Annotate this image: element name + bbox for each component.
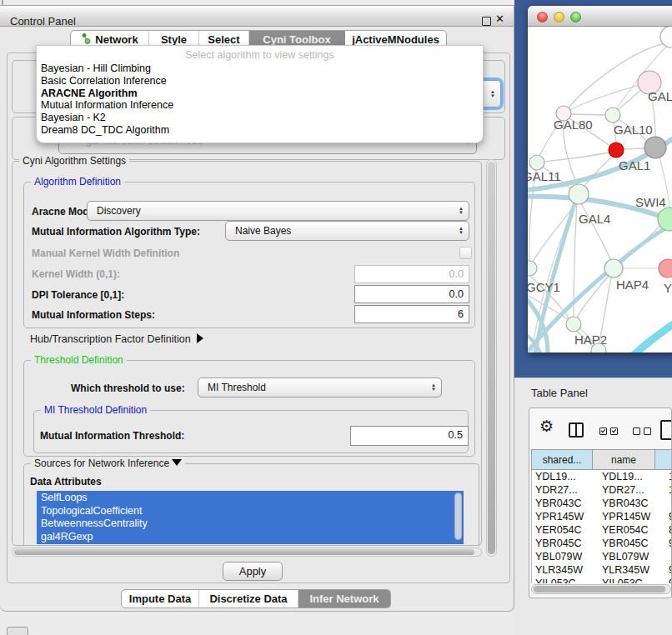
zoom-traffic-light[interactable] (570, 12, 581, 22)
mi-threshold-field[interactable]: 0.5 (350, 426, 469, 446)
network-node[interactable] (609, 142, 624, 158)
dpi-tolerance-field[interactable]: 0.0 (354, 285, 469, 303)
combo-stepper-icon: ▲▼ (431, 383, 436, 392)
node-label: GAL11 (528, 169, 561, 183)
data-attributes-list[interactable]: SelfLoops TopologicalCoefficient Between… (37, 491, 464, 544)
network-canvas-container[interactable]: GALGAL80GAL10GAL1GAL11GAL4SWI4GCY1HAP4YH… (528, 27, 672, 352)
tab-impute-data[interactable]: Impute Data (122, 590, 199, 608)
group-title: Threshold Definition (31, 354, 127, 366)
network-node[interactable] (566, 317, 581, 332)
network-edge (571, 114, 605, 115)
algorithm-placeholder: Select algorithm to view settings (37, 49, 483, 61)
network-node[interactable] (644, 137, 666, 158)
network-node[interactable] (569, 184, 589, 204)
gear-icon[interactable]: ⚙ (539, 418, 554, 434)
network-edge (570, 82, 649, 110)
attribute-list-item[interactable]: BetweennessCentrality (41, 518, 464, 531)
table-row[interactable]: YIL053C YIL053C 9 (532, 577, 672, 583)
checkbox-checked-icon[interactable] (599, 428, 607, 435)
collapse-arrow-icon[interactable] (172, 459, 182, 466)
settings-vscrollbar[interactable] (486, 159, 497, 557)
column-header-name[interactable]: name (593, 449, 655, 470)
network-node[interactable] (658, 208, 672, 231)
tab-label: jActiveMNodules (352, 33, 439, 46)
mi-steps-field[interactable]: 6 (354, 305, 469, 323)
cell-name: YIL053C (595, 578, 664, 583)
table-row[interactable]: YPR145W YPR145W 9. (532, 510, 672, 523)
tab-infer-network[interactable]: Infer Network (298, 590, 390, 608)
which-threshold-combo[interactable]: MI Threshold ▲▼ (198, 378, 442, 398)
algorithm-list-item[interactable]: Bayesian - K2 (41, 112, 483, 124)
checkbox-unchecked-icon[interactable] (633, 428, 640, 435)
close-traffic-light[interactable] (537, 12, 548, 22)
mi-type-label: Mutual Information Algorithm Type: (32, 226, 200, 238)
node-label: GCY1 (528, 280, 560, 294)
cell-value: 13 (664, 471, 672, 482)
aracne-mode-value: Discovery (97, 205, 141, 217)
network-node[interactable] (528, 261, 537, 276)
kernel-width-label: Kernel Width (0,1): (32, 268, 120, 280)
table-panel-window: ⚙ shared... name YDL19... YDL19... 13 YD… (529, 408, 672, 598)
algorithm-dropdown-popup: Select algorithm to view settings Bayesi… (36, 45, 484, 143)
hub-section-toggle[interactable]: Hub/Transcription Factor Definition (30, 333, 203, 345)
settings-hscrollbar[interactable] (12, 548, 482, 557)
column-header-shared-name[interactable]: shared... (531, 449, 593, 470)
attribute-list-item[interactable]: TopologicalCoefficient (41, 505, 464, 518)
table-header: shared... name (531, 449, 672, 470)
algorithm-list-item[interactable]: ARACNE Algorithm (41, 88, 483, 100)
sources-title: Sources for Network Inference (34, 458, 169, 469)
split-columns-icon[interactable] (569, 422, 584, 438)
cell-name: YDL19... (595, 471, 664, 482)
cell-shared-name: YBR043C (532, 498, 595, 509)
table-hscrollbar[interactable] (531, 584, 671, 594)
new-table-icon[interactable] (660, 420, 672, 440)
network-node[interactable] (659, 259, 672, 278)
network-canvas: GALGAL80GAL10GAL1GAL11GAL4SWI4GCY1HAP4YH… (528, 27, 672, 352)
data-attributes-label: Data Attributes (30, 476, 102, 488)
table-row[interactable]: YER054C YER054C 8. (532, 523, 672, 537)
network-node[interactable] (529, 155, 544, 170)
table-row[interactable]: YDL19... YDL19... 13 (532, 470, 672, 483)
table-row[interactable]: YBR043C YBR043C (532, 497, 672, 510)
checkbox-checked-icon[interactable] (610, 428, 618, 435)
table-row[interactable]: YBL079W YBL079W (532, 550, 672, 563)
node-label: HAP4 (616, 278, 649, 292)
table-hscrollbar-thumb[interactable] (534, 586, 665, 592)
close-icon[interactable]: ✕ (495, 12, 504, 25)
settings-hscrollbar-thumb[interactable] (14, 549, 474, 555)
network-node[interactable] (605, 108, 620, 122)
table-row[interactable]: YDR27... YDR27... 12 (532, 483, 672, 497)
algorithm-list-item[interactable]: Dream8 DC_TDC Algorithm (41, 124, 483, 137)
apply-button-label: Apply (239, 565, 267, 578)
cell-value: 9. (664, 538, 672, 549)
algorithm-list-item[interactable]: Mutual Information Inference (41, 99, 483, 112)
expand-arrow-icon[interactable] (197, 333, 203, 343)
kernel-width-field[interactable]: 0.0 (354, 265, 469, 283)
minimized-panel-chip[interactable] (7, 627, 28, 635)
node-label: GAL10 (614, 122, 653, 137)
node-label: GAL (648, 89, 672, 103)
algorithm-list-item[interactable]: Bayesian - Hill Climbing (41, 62, 483, 75)
cell-value: 9 (664, 578, 672, 583)
checkbox-unchecked-icon[interactable] (644, 428, 651, 435)
mi-steps-label: Mutual Information Steps: (32, 309, 155, 321)
apply-button[interactable]: Apply (223, 562, 283, 581)
tab-discretize-data[interactable]: Discretize Data (199, 590, 298, 608)
network-node[interactable] (604, 259, 623, 278)
manual-kernel-checkbox[interactable] (459, 247, 472, 259)
table-row[interactable]: YBR045C YBR045C 9. (532, 537, 672, 550)
algorithm-list-item[interactable]: Basic Correlation Inference (41, 75, 483, 88)
mi-type-combo[interactable]: Naive Bayes ▲▼ (225, 221, 469, 241)
aracne-mode-combo[interactable]: Discovery ▲▼ (87, 201, 469, 221)
column-header-partial[interactable] (655, 449, 672, 470)
attribute-list-item[interactable]: SelfLoops (41, 492, 464, 505)
which-threshold-value: MI Threshold (208, 382, 266, 393)
tab-label: Infer Network (309, 592, 379, 605)
minimize-traffic-light[interactable] (554, 12, 564, 22)
table-row[interactable]: YLR345W YLR345W 9. (532, 563, 672, 577)
attribute-list-item[interactable]: gal4RGexp (41, 531, 464, 544)
list-scrollbar-thumb[interactable] (454, 492, 462, 540)
settings-vscrollbar-thumb[interactable] (488, 162, 495, 554)
float-window-icon[interactable] (482, 17, 491, 26)
tab-label: Cyni Toolbox (263, 33, 330, 46)
